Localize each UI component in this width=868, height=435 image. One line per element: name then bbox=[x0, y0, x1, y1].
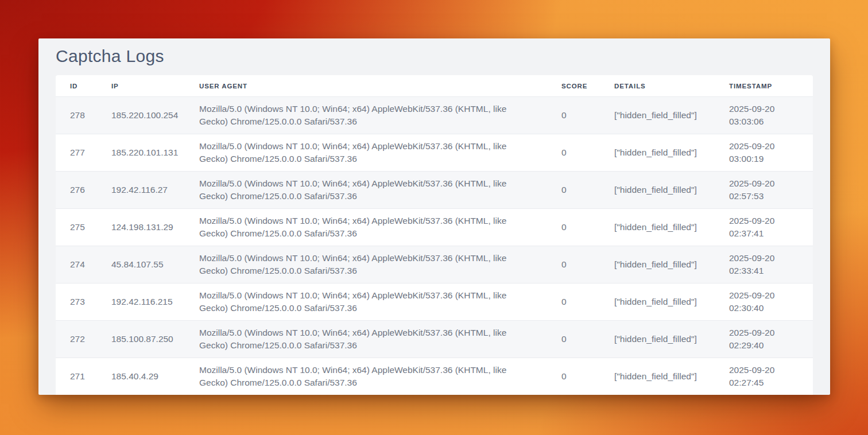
table-row: 277185.220.101.131Mozilla/5.0 (Windows N… bbox=[56, 134, 813, 171]
cell-ip: 185.40.4.29 bbox=[111, 358, 199, 395]
table-row: 276192.42.116.27Mozilla/5.0 (Windows NT … bbox=[56, 171, 813, 208]
table-header-row: ID IP USER AGENT SCORE DETAILS TIMESTAMP bbox=[56, 75, 813, 96]
cell-ip: 185.220.101.131 bbox=[111, 134, 199, 171]
cell-ip: 45.84.107.55 bbox=[111, 246, 199, 283]
cell-timestamp: 2025-09-20 02:57:53 bbox=[729, 171, 813, 208]
cell-ip: 185.220.100.254 bbox=[111, 96, 199, 134]
cell-user-agent: Mozilla/5.0 (Windows NT 10.0; Win64; x64… bbox=[199, 320, 561, 358]
cell-score: 0 bbox=[561, 134, 614, 171]
table-row: 275124.198.131.29Mozilla/5.0 (Windows NT… bbox=[56, 208, 813, 246]
cell-score: 0 bbox=[561, 320, 614, 358]
cell-details: ["hidden_field_filled"] bbox=[614, 134, 729, 171]
cell-details: ["hidden_field_filled"] bbox=[614, 320, 729, 358]
cell-user-agent: Mozilla/5.0 (Windows NT 10.0; Win64; x64… bbox=[199, 246, 561, 283]
column-header-user-agent: USER AGENT bbox=[199, 75, 561, 96]
cell-timestamp: 2025-09-20 03:00:19 bbox=[729, 134, 813, 171]
cell-details: ["hidden_field_filled"] bbox=[614, 283, 729, 320]
cell-timestamp: 2025-09-20 02:27:45 bbox=[729, 358, 813, 395]
cell-id: 275 bbox=[56, 208, 111, 246]
cell-ip: 124.198.131.29 bbox=[111, 208, 199, 246]
cell-timestamp: 2025-09-20 02:30:40 bbox=[729, 283, 813, 320]
table-row: 272185.100.87.250Mozilla/5.0 (Windows NT… bbox=[56, 320, 813, 358]
page-background: Captcha Logs ID IP USER AGENT SCORE DETA… bbox=[0, 0, 868, 435]
cell-details: ["hidden_field_filled"] bbox=[614, 246, 729, 283]
cell-ip: 192.42.116.215 bbox=[111, 283, 199, 320]
cell-score: 0 bbox=[561, 208, 614, 246]
column-header-id: ID bbox=[56, 75, 111, 96]
cell-score: 0 bbox=[561, 171, 614, 208]
cell-user-agent: Mozilla/5.0 (Windows NT 10.0; Win64; x64… bbox=[199, 358, 561, 395]
cell-score: 0 bbox=[561, 358, 614, 395]
table-row: 273192.42.116.215Mozilla/5.0 (Windows NT… bbox=[56, 283, 813, 320]
column-header-ip: IP bbox=[111, 75, 199, 96]
cell-id: 271 bbox=[56, 358, 111, 395]
table-row: 27445.84.107.55Mozilla/5.0 (Windows NT 1… bbox=[56, 246, 813, 283]
cell-details: ["hidden_field_filled"] bbox=[614, 171, 729, 208]
cell-details: ["hidden_field_filled"] bbox=[614, 96, 729, 134]
column-header-details: DETAILS bbox=[614, 75, 729, 96]
cell-score: 0 bbox=[561, 246, 614, 283]
cell-timestamp: 2025-09-20 02:29:40 bbox=[729, 320, 813, 358]
column-header-timestamp: TIMESTAMP bbox=[729, 75, 813, 96]
cell-ip: 185.100.87.250 bbox=[111, 320, 199, 358]
table-row: 278185.220.100.254Mozilla/5.0 (Windows N… bbox=[56, 96, 813, 134]
cell-id: 278 bbox=[56, 96, 111, 134]
cell-timestamp: 2025-09-20 02:37:41 bbox=[729, 208, 813, 246]
cell-user-agent: Mozilla/5.0 (Windows NT 10.0; Win64; x64… bbox=[199, 96, 561, 134]
captcha-logs-card: Captcha Logs ID IP USER AGENT SCORE DETA… bbox=[38, 38, 830, 395]
cell-timestamp: 2025-09-20 02:33:41 bbox=[729, 246, 813, 283]
table-row: 271185.40.4.29Mozilla/5.0 (Windows NT 10… bbox=[56, 358, 813, 395]
cell-user-agent: Mozilla/5.0 (Windows NT 10.0; Win64; x64… bbox=[199, 208, 561, 246]
table-body: 278185.220.100.254Mozilla/5.0 (Windows N… bbox=[56, 96, 813, 395]
cell-user-agent: Mozilla/5.0 (Windows NT 10.0; Win64; x64… bbox=[199, 171, 561, 208]
cell-details: ["hidden_field_filled"] bbox=[614, 208, 729, 246]
cell-timestamp: 2025-09-20 03:03:06 bbox=[729, 96, 813, 134]
cell-id: 277 bbox=[56, 134, 111, 171]
cell-details: ["hidden_field_filled"] bbox=[614, 358, 729, 395]
cell-score: 0 bbox=[561, 96, 614, 134]
cell-ip: 192.42.116.27 bbox=[111, 171, 199, 208]
cell-id: 272 bbox=[56, 320, 111, 358]
page-title: Captcha Logs bbox=[56, 46, 813, 67]
cell-id: 276 bbox=[56, 171, 111, 208]
cell-user-agent: Mozilla/5.0 (Windows NT 10.0; Win64; x64… bbox=[199, 283, 561, 320]
cell-id: 273 bbox=[56, 283, 111, 320]
cell-score: 0 bbox=[561, 283, 614, 320]
captcha-logs-table: ID IP USER AGENT SCORE DETAILS TIMESTAMP… bbox=[56, 75, 813, 395]
cell-id: 274 bbox=[56, 246, 111, 283]
column-header-score: SCORE bbox=[561, 75, 614, 96]
cell-user-agent: Mozilla/5.0 (Windows NT 10.0; Win64; x64… bbox=[199, 134, 561, 171]
